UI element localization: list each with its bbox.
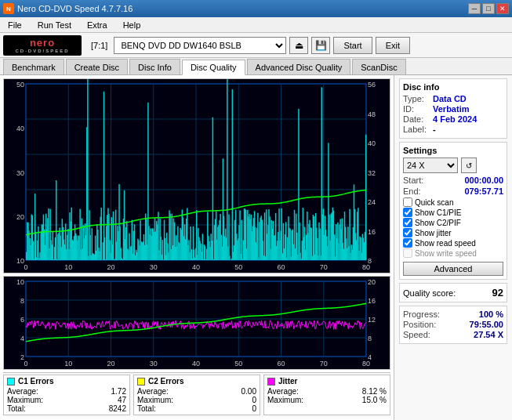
start-val: 000:00.00 <box>464 176 503 185</box>
c1-total-val: 8242 <box>109 404 126 413</box>
eject-icon[interactable]: ⏏ <box>289 37 308 54</box>
show-read-speed-label: Show read speed <box>415 239 476 248</box>
start-label: Start: <box>403 176 423 185</box>
tab-disc-quality[interactable]: Disc Quality <box>182 60 245 75</box>
c2-total-val: 0 <box>252 404 256 413</box>
end-val: 079:57.71 <box>464 186 503 196</box>
show-read-speed-checkbox[interactable] <box>403 238 412 248</box>
advanced-button[interactable]: Advanced <box>403 262 503 276</box>
settings-title: Settings <box>403 146 503 155</box>
c2-color-box <box>137 378 145 386</box>
speed-select[interactable]: 24 X <box>403 158 458 173</box>
tab-create-disc[interactable]: Create Disc <box>66 59 128 74</box>
c1-max-label: Maximum: <box>7 396 43 404</box>
jitter-group: Jitter Average: 8.12 % Maximum: 15.0 % <box>263 375 390 415</box>
progress-label: Progress: <box>403 310 440 319</box>
c2-max-label: Maximum: <box>137 396 173 404</box>
show-c1-pie-label: Show C1/PIE <box>415 208 461 217</box>
tab-benchmark[interactable]: Benchmark <box>3 59 64 74</box>
exit-button[interactable]: Exit <box>376 37 410 54</box>
save-icon[interactable]: 💾 <box>311 37 330 54</box>
disc-info-title: Disc info <box>403 82 503 92</box>
toolbar: nero CD·DVD/SPEED [7:1] BENQ DVD DD DW16… <box>0 33 512 58</box>
c2-label: C2 Errors <box>148 377 184 386</box>
right-panel: Disc info Type: Data CD ID: Verbatim Dat… <box>394 75 512 420</box>
minimize-button[interactable]: ─ <box>468 3 481 14</box>
c1-avg-label: Average: <box>7 387 38 396</box>
settings-section: Settings 24 X ↺ Start: 000:00.00 End: 07… <box>399 142 507 280</box>
jitter-color-box <box>267 378 275 386</box>
nero-logo: nero CD·DVD/SPEED <box>3 35 82 56</box>
position-label: Position: <box>403 320 436 329</box>
chart-area: C1 Errors Average: 1.72 Maximum: 47 Tota… <box>0 75 394 420</box>
menu-file[interactable]: File <box>3 19 27 31</box>
maximize-button[interactable]: □ <box>482 3 495 14</box>
c1-errors-group: C1 Errors Average: 1.72 Maximum: 47 Tota… <box>3 375 130 415</box>
date-val: 4 Feb 2024 <box>433 114 477 124</box>
c1-max-val: 47 <box>118 396 126 404</box>
show-c2-pif-label: Show C2/PIF <box>415 219 461 227</box>
show-c2-pif-checkbox[interactable] <box>403 218 412 227</box>
show-write-speed-checkbox[interactable] <box>403 248 412 258</box>
speed-icon-button[interactable]: ↺ <box>461 158 477 173</box>
bottom-chart <box>3 276 390 370</box>
title-bar: N Nero CD-DVD Speed 4.7.7.16 ─ □ ✕ <box>0 0 512 17</box>
c1-label: C1 Errors <box>18 377 54 386</box>
jitter-max-label: Maximum: <box>267 396 303 404</box>
progress-val: 100 % <box>479 310 503 319</box>
tab-advanced-disc-quality[interactable]: Advanced Disc Quality <box>247 59 351 74</box>
label-val: - <box>433 125 436 134</box>
menu-extra[interactable]: Extra <box>82 19 112 31</box>
label-key: Label: <box>403 125 430 134</box>
type-key: Type: <box>403 94 430 103</box>
id-key: ID: <box>403 104 430 114</box>
quality-score-section: Quality score: 92 <box>399 283 507 302</box>
tab-scan-disc[interactable]: ScanDisc <box>352 59 405 74</box>
quality-label: Quality score: <box>403 288 456 298</box>
end-label: End: <box>403 186 421 196</box>
jitter-avg-label: Average: <box>267 387 299 396</box>
c1-color-box <box>7 378 15 386</box>
main-content: C1 Errors Average: 1.72 Maximum: 47 Tota… <box>0 75 512 420</box>
quick-scan-label: Quick scan <box>415 198 453 207</box>
app-title: Nero CD-DVD Speed 4.7.7.16 <box>17 4 133 13</box>
drive-select[interactable]: BENQ DVD DD DW1640 BSLB <box>114 37 286 54</box>
bottom-chart-canvas <box>4 277 390 369</box>
c2-avg-val: 0.00 <box>241 387 256 396</box>
menu-help[interactable]: Help <box>118 19 146 31</box>
id-val: Verbatim <box>433 104 469 114</box>
quality-value: 92 <box>492 287 503 299</box>
progress-section: Progress: 100 % Position: 79:55.00 Speed… <box>399 306 507 344</box>
c1-total-label: Total: <box>7 404 26 413</box>
drive-label: [7:1] <box>88 41 111 50</box>
c2-errors-group: C2 Errors Average: 0.00 Maximum: 0 Total… <box>133 375 260 415</box>
quick-scan-checkbox[interactable] <box>403 197 412 207</box>
tab-bar: Benchmark Create Disc Disc Info Disc Qua… <box>0 58 512 75</box>
show-write-speed-label: Show write speed <box>415 249 477 258</box>
show-jitter-label: Show jitter <box>415 229 452 237</box>
date-key: Date: <box>403 114 430 124</box>
c2-max-val: 0 <box>252 396 256 404</box>
jitter-max-val: 15.0 % <box>362 396 387 404</box>
menu-bar: File Run Test Extra Help <box>0 17 512 33</box>
top-chart <box>3 78 390 273</box>
start-button[interactable]: Start <box>333 37 372 54</box>
show-c1-pie-checkbox[interactable] <box>403 208 412 217</box>
type-val: Data CD <box>433 94 467 103</box>
jitter-avg-val: 8.12 % <box>362 387 387 396</box>
top-chart-canvas <box>4 79 390 273</box>
c1-avg-val: 1.72 <box>111 387 126 396</box>
stats-row: C1 Errors Average: 1.72 Maximum: 47 Tota… <box>3 372 390 417</box>
speed-val: 27.54 X <box>474 330 503 339</box>
c2-total-label: Total: <box>137 404 156 413</box>
jitter-label: Jitter <box>278 377 297 386</box>
tab-disc-info[interactable]: Disc Info <box>129 59 180 74</box>
menu-run-test[interactable]: Run Test <box>33 19 76 31</box>
c2-avg-label: Average: <box>137 387 169 396</box>
position-val: 79:55.00 <box>470 320 503 329</box>
speed-label: Speed: <box>403 330 430 339</box>
disc-info-section: Disc info Type: Data CD ID: Verbatim Dat… <box>399 78 507 139</box>
app-icon: N <box>3 3 14 14</box>
close-button[interactable]: ✕ <box>496 3 509 14</box>
show-jitter-checkbox[interactable] <box>403 228 412 237</box>
